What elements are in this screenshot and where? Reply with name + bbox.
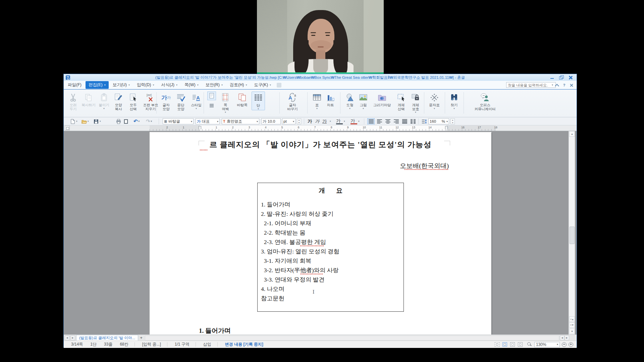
columns-button[interactable]: 단 ▾ [252, 92, 265, 110]
menu-input[interactable]: 입력(D)▾ [134, 81, 157, 89]
char-map-button[interactable]: 문자표 ▾ [427, 92, 442, 110]
close-search-icon[interactable] [569, 83, 574, 87]
hscroll-left-button[interactable]: ◀ [560, 336, 565, 340]
new-document-button[interactable]: ▾ [70, 118, 77, 124]
underline-options[interactable]: ▾ [329, 118, 331, 124]
menu-security[interactable]: 보안(R)▾ [203, 81, 226, 89]
new-tab-button[interactable]: + [138, 335, 144, 341]
scroll-up-button[interactable]: ▲ [569, 131, 575, 137]
picture-button[interactable]: 그림 ▾ [357, 92, 370, 110]
office-communicator-button[interactable]: 오피스 커뮤니케이터 [468, 92, 502, 111]
line-spacing-value[interactable]: 160 % ▾ [428, 118, 449, 124]
preview-button[interactable] [123, 118, 129, 124]
swap-text-button[interactable]: Aa 글자 바꾸기 [283, 92, 302, 111]
text-lines-toggle[interactable] [207, 101, 216, 110]
find-button[interactable]: 찾기 ▾ [447, 92, 461, 110]
view-mode-page-icon[interactable] [502, 342, 507, 347]
master-page-button[interactable]: 바탕쪽 [233, 92, 251, 107]
line-spacing-spinner[interactable]: ▴▾ [450, 118, 455, 124]
open-button[interactable]: ▾ [81, 118, 89, 124]
view-mode-normal-icon[interactable] [495, 342, 499, 347]
insert-mode[interactable]: 삽입 [203, 342, 211, 347]
restore-button[interactable] [559, 75, 564, 79]
para-shape-button[interactable]: 문단 모양 [174, 92, 188, 111]
char-shape-button[interactable]: 가가 글자 모양 [159, 92, 173, 111]
zoom-out-button[interactable] [562, 342, 567, 347]
style-select[interactable]: ≣ 바탕글▾ [163, 118, 194, 124]
spinner-down-icon[interactable]: ▾ [452, 121, 453, 124]
table-button[interactable]: 표 ▾ [311, 92, 323, 110]
undo-button[interactable]: ↶▾ [133, 118, 140, 124]
align-right-button[interactable] [392, 118, 400, 124]
text-color-button[interactable]: 가 [336, 118, 343, 124]
object-select-button[interactable]: 개체 선택 [394, 92, 408, 111]
document-page[interactable]: 르 클레지오의 「발 이야기」가 보여주는 '열린 모성'의 가능성 오보배(한… [150, 132, 491, 335]
scrollbar-thumb[interactable] [570, 227, 575, 244]
hscroll-right-button[interactable]: ▶ [565, 336, 569, 340]
print-button[interactable] [116, 118, 121, 124]
font-select[interactable]: T 휴먼명조▾ [222, 118, 259, 124]
page-view-toggle[interactable] [207, 92, 216, 100]
line-spacing-button[interactable] [421, 118, 427, 124]
cut-button[interactable]: 오려 두기 [66, 92, 80, 111]
menu-edit[interactable]: 편집(E)▾ [86, 81, 109, 89]
highlight-color-button[interactable]: 가 [351, 118, 357, 124]
shapes-button[interactable]: 도형 ▾ [343, 92, 356, 110]
zoom-in-button[interactable] [569, 342, 573, 347]
document-area[interactable]: 르 클레지오의 「발 이야기」가 보여주는 '열린 모성'의 가능성 오보배(한… [64, 131, 577, 335]
paste-button[interactable]: 붙이기 ▾ [97, 92, 111, 110]
page-down-button[interactable]: ≡▼ [569, 322, 575, 328]
underline-button[interactable]: 가 [322, 118, 329, 124]
copy-button[interactable]: 복사하기 [80, 92, 97, 107]
collapse-toolbar-icon[interactable] [554, 83, 559, 87]
char-style-select[interactable]: 가 대표▾ [196, 118, 220, 124]
horizontal-scrollbar-track[interactable] [145, 336, 559, 341]
right-margin-marker[interactable] [445, 126, 448, 129]
tab-scroll-right-button[interactable]: ▶ [70, 336, 75, 340]
select-all-button[interactable]: 모두 선택 [126, 92, 140, 111]
save-button[interactable]: ▾ [93, 118, 101, 124]
scroll-down-button[interactable]: ▼ [569, 328, 575, 334]
highlight-color-options[interactable]: ▾ [358, 118, 360, 124]
copy-format-button[interactable]: 모양 복사 [111, 92, 125, 111]
menu-tools[interactable]: 도구(K)▾ [251, 81, 274, 89]
left-margin-marker[interactable] [199, 126, 201, 129]
page-margin-button[interactable]: 쪽 여백 ▾ [218, 92, 233, 113]
text-color-options[interactable]: ▾ [343, 118, 345, 124]
zoom-level-select[interactable]: 130% ▾ [534, 342, 560, 347]
menu-review[interactable]: 검토(H)▾ [227, 81, 250, 89]
spinner-down-icon[interactable]: ▾ [299, 121, 300, 124]
menu-format[interactable]: 서식(J)▾ [158, 81, 180, 89]
tab-scroll-left-button[interactable]: ◀ [65, 336, 69, 340]
search-input[interactable] [506, 82, 556, 88]
redo-button[interactable]: ↷▾ [146, 118, 152, 124]
search-dropdown-icon[interactable]: ▾ [552, 83, 553, 86]
spinner-up-icon[interactable]: ▴ [299, 119, 300, 121]
track-changes-status[interactable]: 변경 내용 [기록 중지] [225, 342, 263, 347]
menu-view[interactable]: 보기(U)▾ [110, 81, 133, 89]
drawing-gallery-button[interactable]: 그리기마당 [370, 92, 394, 107]
minimize-button[interactable] [550, 75, 554, 79]
vertical-scrollbar[interactable]: ▲ ≡▲ ≡▼ ▼ [569, 131, 575, 335]
align-distribute-button[interactable] [401, 118, 408, 124]
align-center-button[interactable] [384, 118, 391, 124]
menu-page[interactable]: 쪽(W)▾ [181, 81, 202, 89]
italic-button[interactable]: 가 [315, 118, 322, 124]
font-size-input[interactable]: 가 10.0 [261, 118, 281, 124]
ruler-corner-box[interactable] [65, 126, 70, 130]
help-icon[interactable]: ? [562, 83, 567, 87]
chart-button[interactable]: 차트 [324, 92, 337, 107]
spinner-up-icon[interactable]: ▴ [452, 119, 453, 121]
align-left-button[interactable] [376, 118, 383, 124]
view-mode-width-icon[interactable] [510, 342, 515, 347]
object-protect-button[interactable]: 개체 보호 ▾ [409, 92, 423, 113]
page-up-button[interactable]: ≡▲ [569, 316, 575, 322]
size-unit-select[interactable]: pt▾ [282, 118, 296, 124]
close-button[interactable] [568, 75, 573, 79]
document-tab[interactable]: (발표용)르 클레지오의 '발 이야... [76, 335, 138, 341]
style-button[interactable]: A 스타일 ▾ [189, 92, 204, 110]
clear-markup-button[interactable]: [##] 조판 부호 지우기 [141, 92, 160, 111]
align-justify-button[interactable] [367, 118, 375, 124]
align-divide-button[interactable] [409, 118, 417, 124]
bold-button[interactable]: 가 [308, 118, 314, 124]
